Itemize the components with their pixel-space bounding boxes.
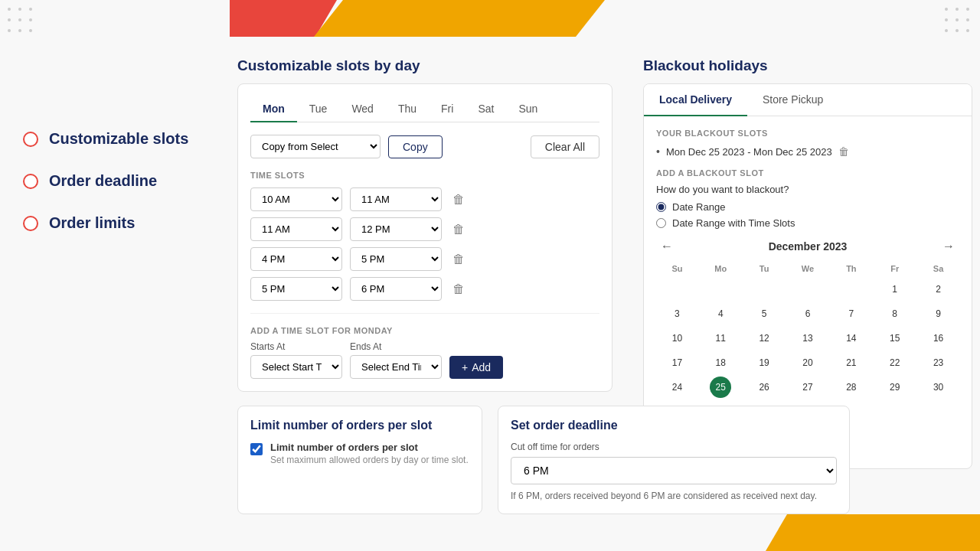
sidebar-item-order-deadline[interactable]: Order deadline: [23, 172, 207, 190]
blackout-slot-entry: • Mon Dec 25 2023 - Mon Dec 25 2023 🗑: [656, 145, 959, 158]
cal-day-4[interactable]: 4: [710, 303, 731, 324]
calendar: ← December 2023 → Su Mo Tu We Th Fr Sa: [656, 238, 959, 423]
delete-slot-1-button[interactable]: 🗑: [449, 190, 468, 210]
slot-bullet: •: [656, 145, 660, 158]
blackout-title: Blackout holidays: [643, 57, 972, 74]
time-slot-2-start[interactable]: 11 AM: [250, 217, 342, 241]
radio-date-range[interactable]: Date Range: [656, 201, 959, 213]
dow-tu: Tu: [743, 261, 786, 276]
bottom-sections: Limit number of orders per slot Limit nu…: [230, 406, 858, 514]
top-banner: [230, 0, 628, 37]
day-tab-fri[interactable]: Fri: [429, 96, 466, 122]
add-slot-button[interactable]: + Add: [449, 356, 503, 379]
limit-checkbox[interactable]: [250, 443, 263, 455]
cal-day-10[interactable]: 10: [666, 328, 688, 349]
cal-day-28[interactable]: 28: [841, 377, 862, 398]
cal-day-21[interactable]: 21: [841, 352, 862, 373]
cal-day-17[interactable]: 17: [666, 352, 688, 373]
cal-day-9[interactable]: 9: [928, 303, 949, 324]
cal-day-14[interactable]: 14: [841, 328, 862, 349]
day-tab-tue[interactable]: Tue: [297, 96, 340, 122]
sidebar-item-customizable-slots[interactable]: Customizable slots: [23, 130, 207, 148]
start-time-select[interactable]: Select Start Time: [250, 355, 342, 379]
time-slot-row-4: 5 PM 6 PM 🗑: [250, 277, 599, 301]
cal-day-1[interactable]: 1: [884, 279, 906, 300]
time-slot-2-end[interactable]: 12 PM: [350, 217, 442, 241]
cal-day-13[interactable]: 13: [797, 328, 818, 349]
delete-slot-4-button[interactable]: 🗑: [449, 279, 468, 299]
delete-slot-3-button[interactable]: 🗑: [449, 249, 468, 269]
cal-day-27[interactable]: 27: [797, 377, 818, 398]
cal-day-15[interactable]: 15: [884, 328, 906, 349]
cal-day-12[interactable]: 12: [753, 328, 775, 349]
radio-date-range-slots-input[interactable]: [656, 218, 666, 228]
slot-delete-button[interactable]: 🗑: [838, 145, 849, 158]
calendar-prev-button[interactable]: ←: [656, 238, 678, 255]
day-tab-thu[interactable]: Thu: [386, 96, 429, 122]
cal-day-25[interactable]: 25: [710, 377, 731, 398]
cal-day-6[interactable]: 6: [797, 303, 818, 324]
clear-all-button[interactable]: Clear All: [531, 135, 599, 158]
end-time-select[interactable]: Select End Time: [350, 355, 442, 379]
radio-date-range-input[interactable]: [656, 202, 666, 212]
time-slot-row-3: 4 PM 5 PM 🗑: [250, 247, 599, 271]
cal-day-24[interactable]: 24: [666, 377, 688, 398]
cal-day-30[interactable]: 30: [928, 377, 949, 398]
dow-sa: Sa: [917, 261, 959, 276]
time-slot-3-start[interactable]: 4 PM: [250, 247, 342, 271]
copy-button[interactable]: Copy: [388, 135, 443, 158]
time-slot-4-start[interactable]: 5 PM: [250, 277, 342, 301]
cal-day-5[interactable]: 5: [753, 303, 775, 324]
cutoff-label: Cut off time for orders: [511, 442, 837, 452]
day-tab-wed[interactable]: Wed: [339, 96, 386, 122]
slots-toolbar: Copy from Select Copy Clear All: [250, 135, 599, 158]
blackout-tabs: Local Delivery Store Pickup: [644, 84, 972, 116]
day-tab-mon[interactable]: Mon: [250, 96, 297, 122]
cal-day-22[interactable]: 22: [884, 352, 906, 373]
time-slot-1-end[interactable]: 11 AM: [350, 187, 442, 211]
calendar-grid: Su Mo Tu We Th Fr Sa 1 2 3: [656, 261, 959, 423]
deadline-card-title: Set order deadline: [511, 419, 837, 432]
radio-date-range-slots[interactable]: Date Range with Time Slots: [656, 217, 959, 229]
sidebar-label-customizable: Customizable slots: [49, 130, 188, 148]
time-slots-label: TIME SLOTS: [250, 171, 599, 180]
cutoff-select[interactable]: 6 PM: [511, 457, 837, 484]
calendar-next-button[interactable]: →: [938, 238, 959, 255]
time-slot-3-end[interactable]: 5 PM: [350, 247, 442, 271]
cal-day-23[interactable]: 23: [928, 352, 949, 373]
add-slot-row: Starts At Select Start Time Ends At Sele…: [250, 341, 599, 379]
copy-from-select[interactable]: Copy from Select: [250, 135, 381, 158]
sidebar-item-order-limits[interactable]: Order limits: [23, 214, 207, 232]
day-tab-sun[interactable]: Sun: [506, 96, 550, 122]
time-slot-4-end[interactable]: 6 PM: [350, 277, 442, 301]
cal-empty-2: [710, 279, 731, 300]
cal-day-29[interactable]: 29: [884, 377, 906, 398]
time-slots-list: 10 AM 11 AM 🗑 11 AM 12 PM 🗑: [250, 187, 599, 301]
your-slots-label: YOUR BLACKOUT SLOTS: [656, 129, 959, 138]
cal-day-11[interactable]: 11: [710, 328, 731, 349]
dow-su: Su: [656, 261, 698, 276]
cal-day-8[interactable]: 8: [884, 303, 906, 324]
starts-at-label: Starts At: [250, 341, 342, 352]
cal-day-3[interactable]: 3: [666, 303, 688, 324]
cal-day-16[interactable]: 16: [928, 328, 949, 349]
cal-empty-5: [841, 279, 862, 300]
cal-day-18[interactable]: 18: [710, 352, 731, 373]
delete-slot-2-button[interactable]: 🗑: [449, 220, 468, 240]
add-blackout-title: ADD A BLACKOUT SLOT: [656, 168, 959, 178]
cal-day-2[interactable]: 2: [928, 279, 949, 300]
cal-day-19[interactable]: 19: [753, 352, 775, 373]
day-tab-sat[interactable]: Sat: [466, 96, 506, 122]
cal-day-7[interactable]: 7: [841, 303, 862, 324]
deadline-card: Set order deadline Cut off time for orde…: [498, 406, 850, 514]
banner-orange: [314, 0, 605, 37]
customizable-slots-card: Mon Tue Wed Thu Fri Sat Sun Copy from Se…: [237, 83, 612, 392]
cal-empty-1: [666, 279, 688, 300]
blackout-tab-local-delivery[interactable]: Local Delivery: [644, 84, 747, 116]
blackout-tab-store-pickup[interactable]: Store Pickup: [747, 84, 838, 116]
limit-text-sub: Set maximum allowed orders by day or tim…: [270, 455, 469, 465]
cal-day-26[interactable]: 26: [753, 377, 775, 398]
time-slot-1-start[interactable]: 10 AM: [250, 187, 342, 211]
add-icon: +: [462, 361, 468, 373]
cal-day-20[interactable]: 20: [797, 352, 818, 373]
